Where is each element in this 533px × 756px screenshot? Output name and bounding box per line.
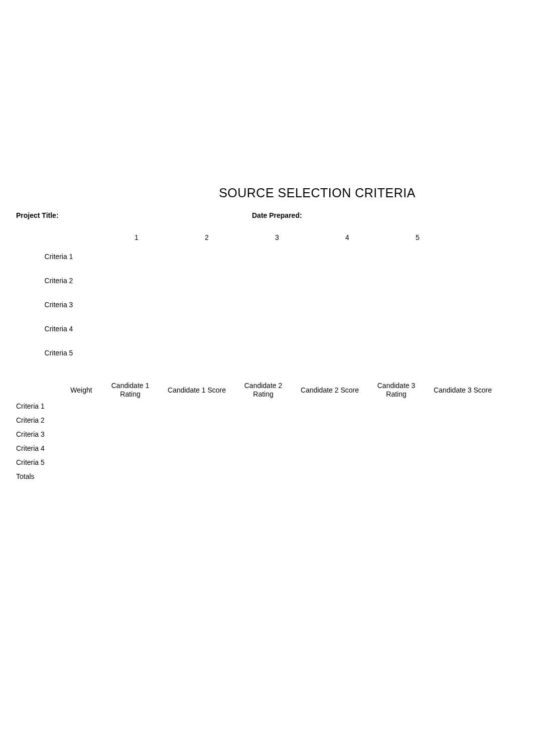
criteria-label: Criteria 5 <box>16 341 101 365</box>
page-title: SOURCE SELECTION CRITERIA <box>101 186 533 200</box>
col-header-weight: Weight <box>61 381 101 399</box>
criteria-label: Criteria 2 <box>16 269 101 293</box>
table-row: Criteria 2 <box>16 269 453 293</box>
criteria-label: Criteria 1 <box>16 399 61 413</box>
date-prepared-label: Date Prepared: <box>252 211 302 219</box>
col-header-3: 3 <box>242 230 312 244</box>
table-row: Criteria 5 <box>16 455 500 469</box>
criteria-definition-table: 1 2 3 4 5 Criteria 1 Criteria 2 Criteria… <box>16 230 453 365</box>
col-header-blank <box>16 381 61 399</box>
project-title-label: Project Title: <box>16 211 252 219</box>
criteria-label: Criteria 2 <box>16 413 61 427</box>
table-row: Criteria 3 <box>16 293 453 317</box>
criteria-label: Criteria 5 <box>16 455 61 469</box>
table-row: Criteria 3 <box>16 427 500 441</box>
document-page: SOURCE SELECTION CRITERIA Project Title:… <box>0 0 533 483</box>
col-header-5: 5 <box>382 230 453 244</box>
col-header-c1-rating: Candidate 1Rating <box>101 381 159 399</box>
col-header-c2-rating: Candidate 2Rating <box>234 381 292 399</box>
criteria-label: Criteria 3 <box>16 427 61 441</box>
col-header-c1-score: Candidate 1 Score <box>159 381 234 399</box>
col-header-c2-score: Candidate 2 Score <box>292 381 367 399</box>
criteria-label: Criteria 1 <box>16 244 101 269</box>
table-row: Criteria 4 <box>16 441 500 455</box>
col-header-2: 2 <box>172 230 242 244</box>
table-row: Criteria 5 <box>16 341 453 365</box>
criteria-label: Criteria 4 <box>16 441 61 455</box>
table-row: Criteria 4 <box>16 317 453 341</box>
scoring-table: Weight Candidate 1Rating Candidate 1 Sco… <box>16 381 500 483</box>
col-header-c3-rating: Candidate 3Rating <box>367 381 425 399</box>
col-header-1: 1 <box>101 230 172 244</box>
info-row: Project Title: Date Prepared: <box>16 211 533 219</box>
criteria-label: Criteria 3 <box>16 293 101 317</box>
table-row-totals: Totals <box>16 469 500 483</box>
table-header-row: 1 2 3 4 5 <box>16 230 453 244</box>
table-row: Criteria 1 <box>16 244 453 269</box>
table-row: Criteria 1 <box>16 399 500 413</box>
table-row: Criteria 2 <box>16 413 500 427</box>
totals-label: Totals <box>16 469 61 483</box>
col-header-4: 4 <box>312 230 382 244</box>
col-header-c3-score: Candidate 3 Score <box>425 381 500 399</box>
table-header-row: Weight Candidate 1Rating Candidate 1 Sco… <box>16 381 500 399</box>
criteria-label: Criteria 4 <box>16 317 101 341</box>
